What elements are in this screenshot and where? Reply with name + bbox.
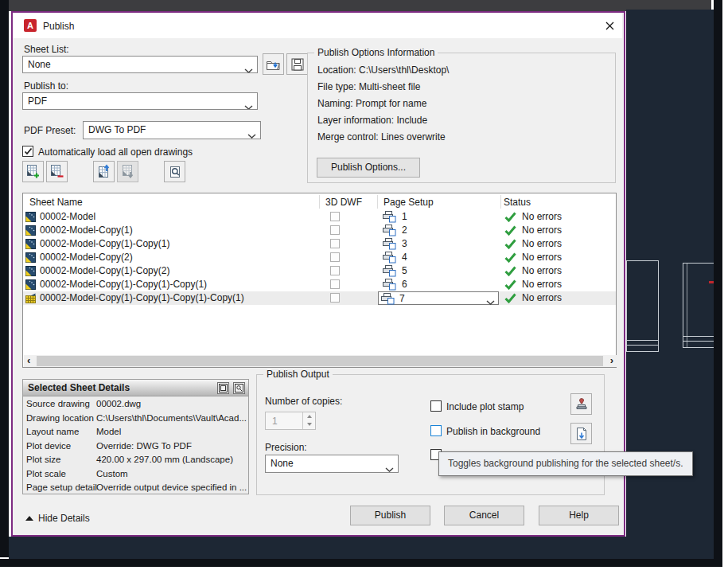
screenshot-edge [0, 0, 9, 557]
background-publish-options-button[interactable] [570, 423, 592, 444]
table-row[interactable]: 00002-Model-Copy(2)4No errors [23, 251, 616, 264]
page-setup-select[interactable]: 7 [378, 291, 499, 305]
status-text: No errors [522, 238, 562, 249]
model-sheet-icon [25, 266, 36, 276]
scroll-left-icon[interactable]: ‹ [27, 354, 30, 366]
page-setup-value: 4 [402, 252, 407, 263]
model-sheet-icon [25, 225, 36, 236]
publish-to-select[interactable]: PDF [22, 92, 258, 110]
triangle-up-icon [25, 516, 33, 521]
table-row[interactable]: 00002-Model1No errors [23, 210, 616, 224]
col-3d-dwf[interactable]: 3D DWF [325, 197, 362, 208]
close-icon[interactable] [603, 19, 616, 32]
page-setup-icon [383, 238, 396, 250]
sheet-list-select[interactable]: None [22, 56, 258, 73]
table-row[interactable]: 00002-Model-Copy(1)-Copy(2)5No errors [23, 264, 616, 278]
page-setup-value: 1 [402, 211, 407, 222]
copies-label: Number of copies: [265, 396, 342, 407]
model-sheet-icon [25, 239, 36, 252]
details-preview-icon[interactable] [233, 382, 245, 394]
scroll-right-icon[interactable]: › [610, 354, 613, 366]
precision-select[interactable]: None [265, 455, 399, 473]
table-row[interactable]: 00002-Model-Copy(1)-Copy(1)-Copy(1)-Copy… [23, 291, 616, 305]
details-label: Page setup detail [26, 482, 97, 492]
spinner-up-icon [303, 412, 315, 420]
publish-output-title: Publish Output [263, 369, 333, 380]
chevron-down-icon [244, 100, 253, 110]
dwf-checkbox[interactable] [330, 239, 340, 248]
load-sheet-list-button[interactable] [263, 53, 284, 75]
spinner-down-icon [303, 420, 315, 428]
pdf-preset-label: PDF Preset: [24, 125, 76, 136]
details-value: 00002.dwg [96, 399, 141, 408]
col-page-setup[interactable]: Page Setup [383, 197, 434, 208]
details-restore-icon[interactable] [217, 382, 229, 394]
details-row: Drawing locationC:\Users\thl\Documents\V… [23, 412, 248, 426]
chevron-down-icon [247, 128, 256, 139]
model-sheet-icon [25, 212, 36, 225]
drawing-sheet-frame [626, 260, 659, 352]
page-setup-icon [381, 293, 395, 305]
include-plot-stamp-label: Include plot stamp [446, 401, 524, 412]
plot-stamp-settings-button[interactable] [570, 393, 592, 415]
dwf-checkbox[interactable] [330, 293, 340, 303]
page-setup-value: 2 [402, 225, 407, 236]
cancel-button[interactable]: Cancel [444, 506, 524, 525]
dwf-checkbox[interactable] [330, 266, 340, 275]
col-sheet-name[interactable]: Sheet Name [29, 197, 83, 208]
sheet-name: 00002-Model-Copy(1)-Copy(1) [40, 238, 169, 249]
model-sheet-icon [25, 279, 36, 290]
status-text: No errors [522, 279, 562, 290]
details-row: Page setup detailOverride output device … [23, 481, 248, 495]
status-text: No errors [522, 211, 562, 222]
autoload-checkbox[interactable] [22, 146, 33, 157]
status-check-icon [504, 252, 516, 265]
hide-details-toggle[interactable]: Hide Details [25, 513, 90, 524]
sheet-name: 00002-Model-Copy(1) [40, 225, 133, 236]
move-sheet-up-button[interactable] [93, 161, 115, 182]
info-location: Location: C:\Users\thl\Desktop\ [317, 64, 449, 76]
preview-button[interactable] [164, 161, 185, 182]
chevron-down-icon [244, 63, 253, 73]
details-label: Drawing location [26, 413, 94, 423]
page-setup-icon [383, 211, 396, 223]
status-ok-icon [504, 225, 516, 236]
table-row[interactable]: 00002-Model-Copy(1)-Copy(1)-Copy(1)6No e… [23, 278, 616, 291]
autocad-logo-icon: A [24, 19, 37, 32]
page-setup-icon [383, 225, 396, 236]
table-row[interactable]: 00002-Model-Copy(1)-Copy(1)3No errors [23, 237, 616, 251]
col-status[interactable]: Status [504, 197, 531, 208]
details-header: Selected Sheet Details [23, 380, 248, 396]
sheet-name: 00002-Model-Copy(1)-Copy(1)-Copy(1)-Copy… [40, 292, 244, 303]
details-value: Override output device specified in ... [96, 482, 247, 492]
publish-options-button[interactable]: Publish Options... [317, 158, 420, 178]
publish-output-group: Publish Output Number of copies: 1 Preci… [256, 374, 605, 495]
model-sheet-icon [25, 252, 36, 265]
status-ok-icon [504, 212, 516, 222]
details-value: Model [96, 427, 121, 436]
table-row[interactable]: 00002-Model-Copy(1)2No errors [23, 224, 616, 237]
model-sheet-icon [25, 279, 36, 292]
dialog-titlebar[interactable]: A Publish [13, 13, 622, 38]
dwf-checkbox[interactable] [330, 212, 340, 221]
remove-sheets-button[interactable] [46, 161, 68, 182]
dwf-checkbox[interactable] [330, 279, 340, 289]
horizontal-scrollbar[interactable]: ‹ › [24, 355, 617, 367]
chevron-down-icon [486, 296, 495, 307]
dwf-checkbox[interactable] [330, 252, 340, 262]
details-label: Plot scale [26, 469, 66, 478]
add-sheets-button[interactable] [22, 161, 44, 182]
sheet-minus-icon [49, 164, 64, 179]
sheet-name: 00002-Model-Copy(2) [40, 252, 133, 263]
help-button[interactable]: Help [539, 506, 619, 525]
details-value: C:\Users\thl\Documents\Vault\Acad... [96, 413, 247, 423]
pdf-preset-select[interactable]: DWG To PDF [83, 121, 261, 139]
save-sheet-list-button[interactable] [286, 53, 308, 75]
publish-in-background-checkbox[interactable] [430, 425, 442, 436]
scrollbar-thumb[interactable] [37, 356, 603, 366]
include-plot-stamp-checkbox[interactable] [430, 400, 442, 412]
dwf-checkbox[interactable] [330, 225, 340, 235]
model-sheet-icon [25, 225, 36, 238]
info-layer: Layer information: Include [317, 115, 427, 126]
publish-button[interactable]: Publish [350, 506, 430, 525]
